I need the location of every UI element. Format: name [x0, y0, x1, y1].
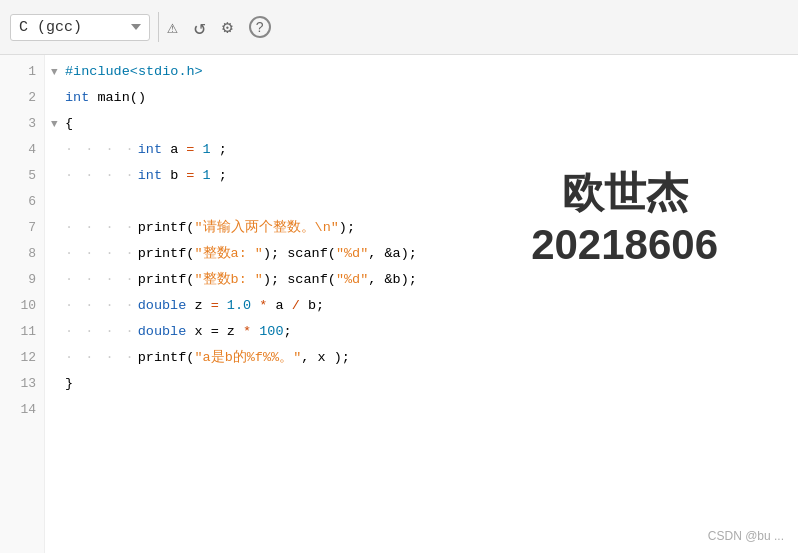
- line-num-12: 12: [0, 345, 44, 371]
- fold-spacer-4: [51, 137, 65, 163]
- code-line-11: · · · · double x = z * 100 ;: [45, 319, 798, 345]
- fold-spacer-2: [51, 85, 65, 111]
- code-line-1: ▼ #include<stdio.h>: [45, 59, 798, 85]
- line-num-1: 1: [0, 59, 44, 85]
- fold-spacer-10: [51, 293, 65, 319]
- toolbar-icons: ⚠ ↺ ⚙ ?: [167, 15, 271, 40]
- code-line-5: · · · · int b = 1 ;: [45, 163, 798, 189]
- line-num-10: 10: [0, 293, 44, 319]
- warning-icon[interactable]: ⚠: [167, 16, 178, 38]
- fold-spacer-5: [51, 163, 65, 189]
- fold-spacer-9: [51, 267, 65, 293]
- toolbar: C (gcc) ⚠ ↺ ⚙ ?: [0, 0, 798, 55]
- code-line-12: · · · · printf("a是b的%f%%。", x );: [45, 345, 798, 371]
- chevron-down-icon: [131, 24, 141, 30]
- line-num-7: 7: [0, 215, 44, 241]
- line-num-2: 2: [0, 85, 44, 111]
- code-line-2: int main(): [45, 85, 798, 111]
- language-selector[interactable]: C (gcc): [10, 14, 150, 41]
- line-num-9: 9: [0, 267, 44, 293]
- fold-arrow-3[interactable]: ▼: [51, 111, 65, 137]
- code-line-10: · · · · double z = 1.0 * a / b;: [45, 293, 798, 319]
- fold-spacer-7: [51, 215, 65, 241]
- code-line-8: · · · · printf("整数a: "); scanf("%d", &a)…: [45, 241, 798, 267]
- line-num-8: 8: [0, 241, 44, 267]
- toolbar-divider: [158, 12, 159, 42]
- code-line-14: [45, 397, 798, 423]
- help-icon[interactable]: ?: [249, 16, 271, 38]
- line-num-5: 5: [0, 163, 44, 189]
- line-num-3: 3: [0, 111, 44, 137]
- code-line-4: · · · · int a = 1 ;: [45, 137, 798, 163]
- line-num-6: 6: [0, 189, 44, 215]
- fold-arrow-1[interactable]: ▼: [51, 59, 65, 85]
- code-editor: 1 2 3 4 5 6 7 8 9 10 11 12 13 14 ▼ #incl…: [0, 55, 798, 553]
- fold-spacer-13: [51, 371, 65, 397]
- fold-spacer-11: [51, 319, 65, 345]
- line-num-11: 11: [0, 319, 44, 345]
- history-icon[interactable]: ↺: [194, 15, 206, 40]
- language-label: C (gcc): [19, 19, 82, 36]
- line-num-14: 14: [0, 397, 44, 423]
- fold-spacer-8: [51, 241, 65, 267]
- code-line-13: }: [45, 371, 798, 397]
- code-line-3: ▼ {: [45, 111, 798, 137]
- fold-spacer-6: [51, 189, 65, 215]
- line-num-4: 4: [0, 137, 44, 163]
- fold-spacer-14: [51, 397, 65, 423]
- csdn-footer: CSDN @bu ...: [708, 529, 784, 543]
- code-line-6: [45, 189, 798, 215]
- code-line-7: · · · · printf("请输入两个整数。\n");: [45, 215, 798, 241]
- line-numbers: 1 2 3 4 5 6 7 8 9 10 11 12 13 14: [0, 55, 45, 553]
- line-num-13: 13: [0, 371, 44, 397]
- fold-spacer-12: [51, 345, 65, 371]
- code-content[interactable]: ▼ #include<stdio.h> int main() ▼ { · · ·…: [45, 55, 798, 553]
- code-line-9: · · · · printf("整数b: "); scanf("%d", &b)…: [45, 267, 798, 293]
- settings-icon[interactable]: ⚙: [222, 16, 233, 38]
